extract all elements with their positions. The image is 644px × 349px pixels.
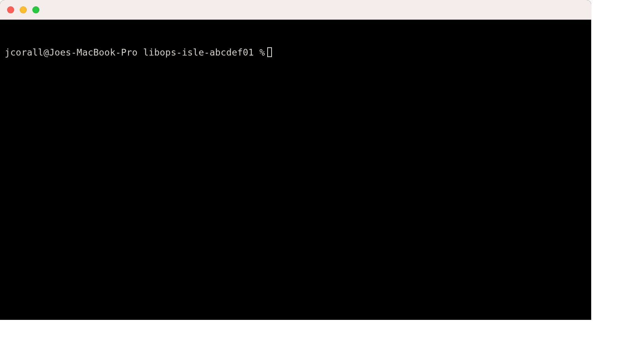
shell-prompt: jcorall@Joes-MacBook-Pro libops-isle-abc…	[5, 46, 265, 59]
maximize-button[interactable]	[32, 6, 39, 13]
minimize-button[interactable]	[20, 6, 27, 13]
terminal-window: jcorall@Joes-MacBook-Pro libops-isle-abc…	[0, 0, 591, 320]
prompt-line: jcorall@Joes-MacBook-Pro libops-isle-abc…	[5, 46, 586, 59]
close-button[interactable]	[7, 6, 14, 13]
window-titlebar	[0, 0, 591, 20]
cursor-icon	[267, 47, 272, 57]
terminal-body[interactable]: jcorall@Joes-MacBook-Pro libops-isle-abc…	[0, 20, 591, 320]
